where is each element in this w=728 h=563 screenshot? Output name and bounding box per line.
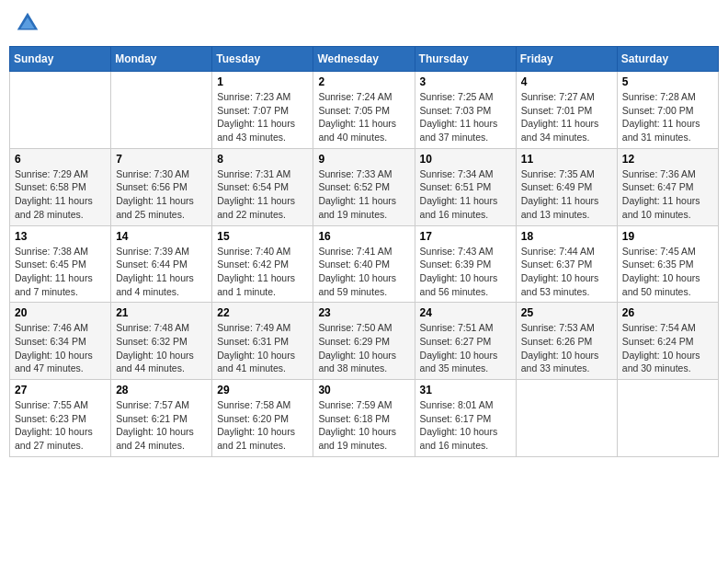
- calendar-week-row: 13 Sunrise: 7:38 AM Sunset: 6:45 PM Dayl…: [10, 225, 719, 303]
- daylight-text: Daylight: 10 hours and 16 minutes.: [420, 426, 498, 451]
- day-info: Sunrise: 7:30 AM Sunset: 6:56 PM Dayligh…: [116, 167, 207, 222]
- daylight-text: Daylight: 10 hours and 33 minutes.: [521, 350, 599, 374]
- sunrise-text: Sunrise: 7:53 AM: [521, 322, 595, 333]
- sunset-text: Sunset: 7:01 PM: [521, 105, 593, 116]
- calendar-cell: 28 Sunrise: 7:57 AM Sunset: 6:21 PM Dayl…: [111, 380, 212, 457]
- day-of-week-header: Tuesday: [212, 47, 313, 72]
- daylight-text: Daylight: 10 hours and 50 minutes.: [622, 272, 700, 297]
- sunset-text: Sunset: 6:49 PM: [521, 181, 593, 192]
- daylight-text: Daylight: 10 hours and 53 minutes.: [521, 272, 599, 297]
- sunset-text: Sunset: 6:27 PM: [420, 336, 492, 347]
- sunrise-text: Sunrise: 7:30 AM: [116, 168, 189, 179]
- calendar-cell: 17 Sunrise: 7:43 AM Sunset: 6:39 PM Dayl…: [415, 225, 516, 303]
- calendar-week-row: 6 Sunrise: 7:29 AM Sunset: 6:58 PM Dayli…: [10, 148, 719, 225]
- calendar-cell: 16 Sunrise: 7:41 AM Sunset: 6:40 PM Dayl…: [313, 225, 415, 303]
- sunset-text: Sunset: 6:29 PM: [318, 336, 390, 347]
- day-info: Sunrise: 7:45 AM Sunset: 6:35 PM Dayligh…: [622, 245, 713, 299]
- sunset-text: Sunset: 7:03 PM: [420, 105, 492, 116]
- sunrise-text: Sunrise: 7:59 AM: [318, 399, 392, 410]
- calendar-cell: 14 Sunrise: 7:39 AM Sunset: 6:44 PM Dayl…: [111, 225, 212, 303]
- calendar-cell: 26 Sunrise: 7:54 AM Sunset: 6:24 PM Dayl…: [617, 303, 718, 380]
- calendar-cell: [516, 380, 617, 457]
- daylight-text: Daylight: 11 hours and 31 minutes.: [622, 118, 700, 143]
- sunrise-text: Sunrise: 7:50 AM: [318, 322, 392, 333]
- sunset-text: Sunset: 6:47 PM: [622, 181, 694, 192]
- logo: [14, 9, 45, 37]
- sunrise-text: Sunrise: 7:48 AM: [116, 322, 189, 333]
- calendar-header-row: SundayMondayTuesdayWednesdayThursdayFrid…: [10, 47, 719, 72]
- day-number: 18: [521, 230, 612, 243]
- day-number: 29: [217, 384, 308, 396]
- day-info: Sunrise: 7:34 AM Sunset: 6:51 PM Dayligh…: [420, 167, 511, 222]
- sunrise-text: Sunrise: 8:01 AM: [420, 399, 494, 410]
- sunset-text: Sunset: 6:34 PM: [15, 336, 86, 347]
- sunrise-text: Sunrise: 7:45 AM: [622, 246, 696, 257]
- sunrise-text: Sunrise: 7:27 AM: [521, 91, 595, 102]
- calendar-cell: [617, 380, 718, 457]
- sunrise-text: Sunrise: 7:41 AM: [318, 246, 392, 257]
- calendar-week-row: 20 Sunrise: 7:46 AM Sunset: 6:34 PM Dayl…: [10, 303, 719, 380]
- calendar-cell: 5 Sunrise: 7:28 AM Sunset: 7:00 PM Dayli…: [617, 72, 718, 149]
- day-number: 13: [15, 230, 106, 243]
- daylight-text: Daylight: 10 hours and 47 minutes.: [15, 350, 93, 374]
- calendar-cell: 29 Sunrise: 7:58 AM Sunset: 6:20 PM Dayl…: [212, 380, 313, 457]
- daylight-text: Daylight: 11 hours and 16 minutes.: [420, 195, 498, 220]
- day-of-week-header: Saturday: [617, 47, 718, 72]
- day-number: 2: [318, 75, 409, 88]
- day-number: 10: [420, 153, 511, 166]
- day-of-week-header: Thursday: [415, 47, 516, 72]
- day-of-week-header: Sunday: [10, 47, 111, 72]
- sunrise-text: Sunrise: 7:54 AM: [622, 322, 696, 333]
- sunrise-text: Sunrise: 7:33 AM: [318, 168, 392, 179]
- day-info: Sunrise: 7:27 AM Sunset: 7:01 PM Dayligh…: [521, 90, 612, 144]
- daylight-text: Daylight: 11 hours and 37 minutes.: [420, 118, 498, 143]
- sunset-text: Sunset: 6:35 PM: [622, 259, 694, 270]
- calendar-cell: 25 Sunrise: 7:53 AM Sunset: 6:26 PM Dayl…: [516, 303, 617, 380]
- day-info: Sunrise: 7:46 AM Sunset: 6:34 PM Dayligh…: [15, 321, 106, 375]
- calendar-cell: 6 Sunrise: 7:29 AM Sunset: 6:58 PM Dayli…: [10, 148, 111, 225]
- sunset-text: Sunset: 6:26 PM: [521, 336, 593, 347]
- day-info: Sunrise: 7:36 AM Sunset: 6:47 PM Dayligh…: [622, 167, 713, 222]
- day-info: Sunrise: 7:40 AM Sunset: 6:42 PM Dayligh…: [217, 245, 308, 299]
- daylight-text: Daylight: 10 hours and 19 minutes.: [318, 426, 396, 451]
- daylight-text: Daylight: 10 hours and 56 minutes.: [420, 272, 498, 297]
- sunrise-text: Sunrise: 7:29 AM: [15, 168, 88, 179]
- calendar-cell: 10 Sunrise: 7:34 AM Sunset: 6:51 PM Dayl…: [415, 148, 516, 225]
- sunset-text: Sunset: 6:54 PM: [217, 181, 289, 192]
- daylight-text: Daylight: 11 hours and 34 minutes.: [521, 118, 599, 143]
- day-of-week-header: Monday: [111, 47, 212, 72]
- calendar-week-row: 1 Sunrise: 7:23 AM Sunset: 7:07 PM Dayli…: [10, 72, 719, 149]
- day-number: 4: [521, 75, 612, 88]
- day-of-week-header: Wednesday: [313, 47, 415, 72]
- day-number: 6: [15, 153, 106, 166]
- calendar-cell: 18 Sunrise: 7:44 AM Sunset: 6:37 PM Dayl…: [516, 225, 617, 303]
- sunset-text: Sunset: 7:05 PM: [318, 105, 390, 116]
- calendar-cell: 19 Sunrise: 7:45 AM Sunset: 6:35 PM Dayl…: [617, 225, 718, 303]
- daylight-text: Daylight: 11 hours and 4 minutes.: [116, 272, 194, 297]
- daylight-text: Daylight: 10 hours and 41 minutes.: [217, 350, 295, 374]
- calendar-cell: 11 Sunrise: 7:35 AM Sunset: 6:49 PM Dayl…: [516, 148, 617, 225]
- sunset-text: Sunset: 6:31 PM: [217, 336, 289, 347]
- day-number: 1: [217, 75, 308, 88]
- sunrise-text: Sunrise: 7:51 AM: [420, 322, 494, 333]
- calendar-cell: 13 Sunrise: 7:38 AM Sunset: 6:45 PM Dayl…: [10, 225, 111, 303]
- sunset-text: Sunset: 6:39 PM: [420, 259, 492, 270]
- sunrise-text: Sunrise: 7:49 AM: [217, 322, 290, 333]
- day-info: Sunrise: 7:43 AM Sunset: 6:39 PM Dayligh…: [420, 245, 511, 299]
- calendar-cell: 2 Sunrise: 7:24 AM Sunset: 7:05 PM Dayli…: [313, 72, 415, 149]
- calendar-week-row: 27 Sunrise: 7:55 AM Sunset: 6:23 PM Dayl…: [10, 380, 719, 457]
- daylight-text: Daylight: 10 hours and 38 minutes.: [318, 350, 396, 374]
- sunrise-text: Sunrise: 7:55 AM: [15, 399, 88, 410]
- day-number: 26: [622, 306, 713, 319]
- day-info: Sunrise: 7:54 AM Sunset: 6:24 PM Dayligh…: [622, 321, 713, 375]
- page-header: [9, 9, 719, 37]
- sunset-text: Sunset: 6:32 PM: [116, 336, 188, 347]
- sunset-text: Sunset: 6:23 PM: [15, 413, 86, 424]
- day-number: 23: [318, 306, 409, 319]
- sunset-text: Sunset: 6:51 PM: [420, 181, 492, 192]
- day-info: Sunrise: 7:50 AM Sunset: 6:29 PM Dayligh…: [318, 321, 409, 375]
- sunrise-text: Sunrise: 7:57 AM: [116, 399, 189, 410]
- daylight-text: Daylight: 10 hours and 59 minutes.: [318, 272, 396, 297]
- calendar-cell: 24 Sunrise: 7:51 AM Sunset: 6:27 PM Dayl…: [415, 303, 516, 380]
- day-info: Sunrise: 7:57 AM Sunset: 6:21 PM Dayligh…: [116, 398, 207, 453]
